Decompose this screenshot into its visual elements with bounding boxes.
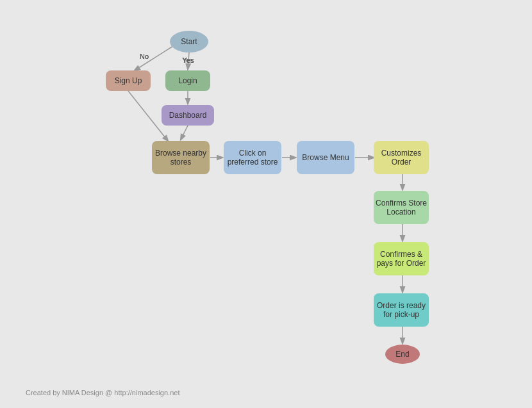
dashboard-node: Dashboard <box>162 105 214 126</box>
customizes-order-node: Customizes Order <box>374 141 429 174</box>
no-arrow-label: No <box>140 53 149 60</box>
svg-line-3 <box>181 126 188 140</box>
start-node: Start <box>170 31 208 53</box>
order-ready-node: Order is ready for pick-up <box>374 293 429 327</box>
footer-text: Created by NIMA Design @ http://nimadesi… <box>26 389 179 396</box>
end-node: End <box>385 345 420 364</box>
click-store-node: Click on preferred store <box>224 141 281 174</box>
yes-arrow-label: Yes <box>183 56 194 64</box>
confirms-store-node: Confirms Store Location <box>374 191 429 224</box>
signup-node: Sign Up <box>106 70 151 91</box>
confirms-pays-node: Confirmes & pays for Order <box>374 242 429 275</box>
login-node: Login <box>165 70 210 91</box>
browse-stores-node: Browse nearby stores <box>152 141 210 174</box>
browse-menu-node: Browse Menu <box>297 141 354 174</box>
